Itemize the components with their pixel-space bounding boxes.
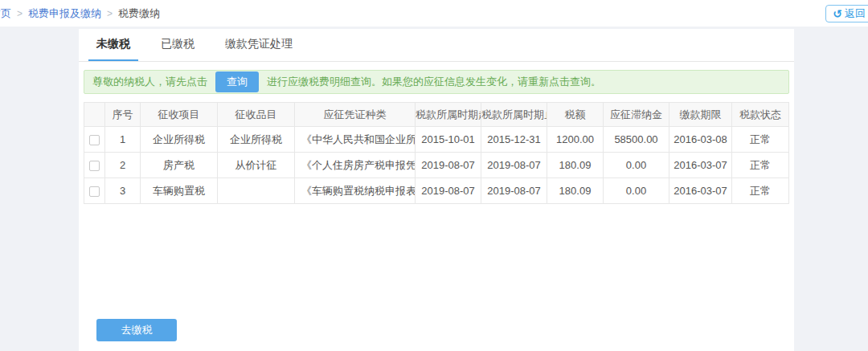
table-cell: 《个人住房房产税申报凭证（... — [295, 153, 416, 178]
table-cell: 1 — [105, 127, 141, 153]
tab-0[interactable]: 未缴税 — [88, 29, 138, 61]
table-cell: 正常 — [732, 178, 789, 204]
table-header-row: 序号征收项目征收品目应征凭证种类税款所属时期起税款所属时期止税额应征滞纳金缴款期… — [84, 103, 789, 127]
table-cell: 180.09 — [547, 178, 604, 204]
column-header: 税款所属时期止 — [481, 103, 547, 127]
tab-1[interactable]: 已缴税 — [153, 29, 203, 61]
table-cell: 2015-10-01 — [416, 127, 481, 153]
table-cell: 2019-08-07 — [416, 178, 481, 204]
table-cell: 2016-03-08 — [669, 127, 732, 153]
table-cell: 正常 — [732, 153, 789, 178]
breadcrumb: 首页 > 税费申报及缴纳 > 税费缴纳 — [0, 0, 160, 27]
table-cell: 企业所得税 — [218, 127, 295, 153]
column-header: 税款状态 — [732, 103, 789, 127]
table-cell: 0.00 — [604, 153, 669, 178]
table-cell: 58500.00 — [604, 127, 669, 153]
checkbox-cell — [84, 178, 105, 204]
notice-prefix: 尊敬的纳税人，请先点击 — [92, 75, 207, 89]
table-cell: 2 — [105, 153, 141, 178]
back-button-label: 返回 — [845, 6, 866, 22]
unpaid-tax-table: 序号征收项目征收品目应征凭证种类税款所属时期起税款所属时期止税额应征滞纳金缴款期… — [84, 102, 789, 204]
table-cell: 正常 — [732, 127, 789, 153]
content-card: 未缴税已缴税缴款凭证处理 尊敬的纳税人，请先点击 查询 进行应缴税费明细查询。如… — [79, 29, 794, 351]
table-row: 1企业所得税企业所得税《中华人民共和国企业所得税...2015-10-01201… — [84, 127, 789, 153]
table-cell: 企业所得税 — [141, 127, 218, 153]
table-cell: 2019-08-07 — [416, 153, 481, 178]
tab-bar: 未缴税已缴税缴款凭证处理 — [79, 29, 794, 62]
go-pay-tax-button[interactable]: 去缴税 — [96, 319, 177, 341]
table-cell: 从价计征 — [218, 153, 295, 178]
breadcrumb-tax-declaration[interactable]: 税费申报及缴纳 — [28, 6, 101, 21]
column-header: 征收项目 — [141, 103, 218, 127]
table-cell: 180.09 — [547, 153, 604, 178]
back-arrow-icon: ↺ — [833, 6, 842, 22]
table-cell: 房产税 — [141, 153, 218, 178]
row-checkbox[interactable] — [89, 135, 100, 145]
tab-2[interactable]: 缴款凭证处理 — [217, 29, 301, 61]
table-cell: 1200.00 — [547, 127, 604, 153]
column-header: 应征滞纳金 — [604, 103, 669, 127]
column-header: 应征凭证种类 — [295, 103, 416, 127]
table-cell: 2016-03-07 — [669, 178, 732, 204]
query-button[interactable]: 查询 — [215, 71, 259, 92]
back-button[interactable]: ↺ 返回 — [825, 5, 868, 22]
breadcrumb-home[interactable]: 首页 — [0, 6, 11, 21]
column-header: 征收品目 — [218, 103, 295, 127]
table-row: 2房产税从价计征《个人住房房产税申报凭证（...2019-08-072019-0… — [84, 153, 789, 178]
column-header: 税款所属时期起 — [416, 103, 481, 127]
table-cell: 3 — [105, 178, 141, 204]
top-bar: 首页 > 税费申报及缴纳 > 税费缴纳 ↺ 返回 — [0, 0, 868, 27]
breadcrumb-current-page: 税费缴纳 — [118, 6, 160, 21]
table-cell: 车辆购置税 — [141, 178, 218, 204]
column-header: 缴款期限 — [669, 103, 732, 127]
table-row: 3车辆购置税《车辆购置税纳税申报表》2019-08-072019-08-0718… — [84, 178, 789, 204]
table-cell: 2016-03-07 — [669, 153, 732, 178]
checkbox-cell — [84, 127, 105, 153]
column-header: 序号 — [105, 103, 141, 127]
checkbox-column-header — [84, 103, 105, 127]
table-cell: 《车辆购置税纳税申报表》 — [295, 178, 416, 204]
notice-bar: 尊敬的纳税人，请先点击 查询 进行应缴税费明细查询。如果您的应征信息发生变化，请… — [84, 70, 789, 94]
checkbox-cell — [84, 153, 105, 178]
table-cell: 2019-08-07 — [481, 153, 547, 178]
column-header: 税额 — [547, 103, 604, 127]
table-cell: 2015-12-31 — [481, 127, 547, 153]
row-checkbox[interactable] — [89, 186, 100, 197]
breadcrumb-separator: > — [107, 8, 113, 19]
breadcrumb-separator: > — [17, 8, 23, 19]
row-checkbox[interactable] — [89, 161, 100, 171]
table-cell: 《中华人民共和国企业所得税... — [295, 127, 416, 153]
table-cell: 0.00 — [604, 178, 669, 204]
notice-suffix: 进行应缴税费明细查询。如果您的应征信息发生变化，请重新点击查询。 — [267, 75, 601, 89]
table-cell — [218, 178, 295, 204]
table-cell: 2019-08-07 — [481, 178, 547, 204]
